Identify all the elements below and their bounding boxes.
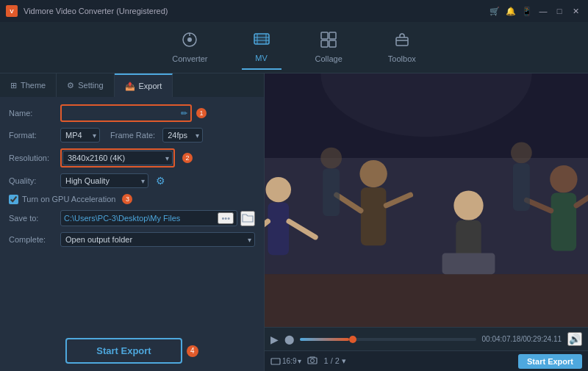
format-select[interactable]: MP4MKVMOVAVI [60, 128, 100, 143]
aspect-ratio-btn[interactable]: 16:9 ▾ [270, 357, 301, 365]
format-select-wrapper: MP4MKVMOVAVI [60, 128, 100, 143]
nav-collage-label: Collage [315, 54, 343, 63]
complete-row: Complete: Open output folderDo nothingSh… [9, 232, 255, 247]
svg-point-31 [550, 165, 577, 192]
right-panel: ▶ ⬤ 00:04:07.18/00:29:24.11 🔊 16:9 ▾ 1 / [265, 73, 588, 371]
page-chevron-icon: ▾ [342, 356, 346, 365]
collage-icon [320, 32, 337, 51]
converter-icon [182, 32, 198, 51]
svg-point-39 [511, 142, 532, 163]
tab-setting[interactable]: ⚙ Setting [57, 73, 114, 97]
complete-select[interactable]: Open output folderDo nothingShut down [60, 232, 255, 247]
progress-dot[interactable] [349, 336, 356, 343]
aspect-chevron-icon: ▾ [298, 357, 301, 365]
svg-rect-42 [271, 359, 280, 364]
gpu-checkbox[interactable] [9, 195, 18, 204]
cart-icon[interactable]: 🛒 [488, 6, 501, 16]
framerate-select[interactable]: 24fps30fps60fps [162, 128, 203, 143]
name-value-wrapper: My First Movie.mp4 ✏ 1 [60, 104, 255, 122]
theme-icon: ⊞ [10, 81, 17, 90]
start-export-main-btn[interactable]: Start Export [65, 338, 182, 364]
gear-icon[interactable]: ⚙ [156, 175, 165, 187]
maximize-btn[interactable]: □ [553, 6, 566, 16]
window-controls: 🛒 🔔 📱 — □ ✕ [488, 6, 582, 16]
nav-toolbox-label: Toolbox [388, 54, 416, 63]
resolution-label: Resolution: [9, 154, 60, 162]
titlebar: V Vidmore Video Converter (Unregistered)… [0, 0, 588, 22]
progress-bar[interactable] [300, 338, 476, 341]
svg-rect-11 [321, 32, 328, 39]
screenshot-btn[interactable] [307, 356, 318, 367]
step1-badge: 1 [196, 108, 207, 118]
setting-icon: ⚙ [67, 81, 74, 90]
nav-collage[interactable]: Collage [304, 26, 354, 69]
top-nav: Converter MV Collage Toolbox [0, 22, 588, 73]
resolution-value-wrapper: 3840x2160 (4K)1920x1080 (FHD)1280x720 (H… [60, 148, 255, 168]
complete-label: Complete: [9, 235, 60, 244]
resolution-select[interactable]: 3840x2160 (4K)1920x1080 (FHD)1280x720 (H… [62, 151, 173, 165]
step2-badge: 2 [182, 153, 193, 163]
step4-badge: 4 [187, 345, 198, 357]
gpu-row: Turn on GPU Acceleration 3 [9, 194, 255, 204]
browse-dots-btn[interactable]: ••• [218, 212, 234, 224]
svg-rect-12 [329, 32, 336, 39]
start-export-right-btn[interactable]: Start Export [518, 354, 582, 369]
svg-rect-40 [513, 163, 530, 211]
framerate-select-wrapper: 24fps30fps60fps [162, 128, 203, 143]
nav-toolbox[interactable]: Toolbox [376, 26, 428, 69]
svg-point-3 [187, 37, 192, 42]
svg-point-44 [311, 359, 315, 363]
tab-export[interactable]: 📤 Export [115, 73, 173, 97]
svg-rect-19 [265, 274, 588, 327]
nav-converter-label: Converter [172, 54, 207, 63]
path-text: C:\Users\PC-3\Desktop\My Files [64, 214, 218, 223]
framerate-label: Frame Rate: [110, 131, 155, 140]
svg-rect-6 [254, 34, 269, 44]
format-label: Format: [9, 131, 60, 140]
export-icon: 📤 [125, 82, 135, 91]
gpu-label: Turn on GPU Acceleration [22, 195, 115, 203]
close-btn[interactable]: ✕ [569, 6, 582, 16]
bell-icon[interactable]: 🔔 [504, 6, 517, 16]
nav-converter[interactable]: Converter [160, 26, 219, 69]
video-preview [265, 73, 588, 327]
time-display: 00:04:07.18/00:29:24.11 [482, 335, 562, 343]
progress-fill [300, 338, 349, 341]
quality-label: Quality: [9, 176, 60, 185]
quality-select[interactable]: High QualityStandardLow [60, 173, 148, 188]
phone-icon[interactable]: 📱 [520, 6, 534, 16]
svg-rect-14 [329, 40, 336, 47]
quality-select-wrapper: High QualityStandardLow [60, 173, 148, 188]
resolution-row: Resolution: 3840x2160 (4K)1920x1080 (FHD… [9, 148, 255, 168]
volume-btn[interactable]: 🔊 [567, 332, 582, 346]
stop-btn[interactable]: ⬤ [284, 334, 294, 345]
player-lower: 16:9 ▾ 1 / 2 ▾ Start Export [265, 350, 588, 371]
svg-rect-21 [268, 202, 289, 255]
tab-theme[interactable]: ⊞ Theme [0, 73, 57, 97]
nav-mv[interactable]: MV [242, 25, 282, 70]
path-field: C:\Users\PC-3\Desktop\My Files ••• [60, 210, 237, 226]
svg-text:V: V [10, 8, 14, 15]
app-title: Vidmore Video Converter (Unregistered) [24, 7, 482, 15]
svg-point-20 [266, 177, 292, 203]
page-selector[interactable]: 1 / 2 ▾ [323, 356, 345, 366]
quality-row: Quality: High QualityStandardLow ⚙ [9, 173, 255, 188]
main-area: ⊞ Theme ⚙ Setting 📤 Export Name: My Firs… [0, 73, 588, 371]
video-scene-svg [265, 73, 588, 327]
mv-icon [254, 31, 270, 51]
format-value-wrapper: MP4MKVMOVAVI Frame Rate: 24fps30fps60fps [60, 128, 255, 143]
video-bg [265, 73, 588, 327]
saveto-row: Save to: C:\Users\PC-3\Desktop\My Files … [9, 210, 255, 226]
name-row: Name: My First Movie.mp4 ✏ 1 [9, 104, 255, 122]
edit-icon[interactable]: ✏ [181, 109, 187, 118]
format-row: Format: MP4MKVMOVAVI Frame Rate: 24fps30… [9, 128, 255, 143]
tab-bar: ⊞ Theme ⚙ Setting 📤 Export [0, 73, 264, 97]
step3-badge: 3 [122, 194, 132, 204]
app-icon: V [6, 5, 18, 17]
svg-rect-38 [323, 168, 340, 216]
play-btn[interactable]: ▶ [270, 334, 279, 345]
open-folder-btn[interactable] [240, 211, 255, 226]
name-input[interactable]: My First Movie.mp4 [65, 107, 179, 120]
minimize-btn[interactable]: — [537, 6, 550, 16]
nav-mv-label: MV [255, 54, 268, 62]
